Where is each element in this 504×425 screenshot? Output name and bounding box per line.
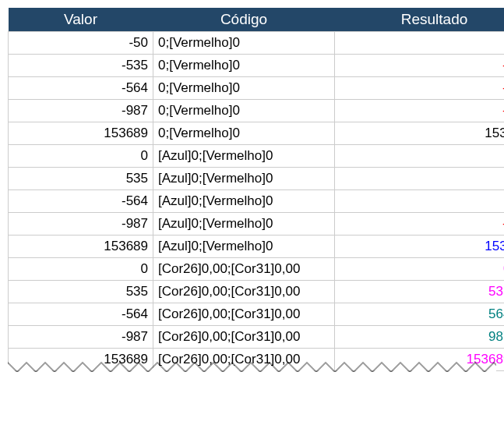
table-row: 535[Cor26]0,00;[Cor31]0,00535,00 [9, 281, 505, 303]
header-resultado: Resultado [335, 8, 505, 32]
cell-valor: -987 [9, 213, 153, 236]
cell-codigo: [Azul]0;[Vermelho]0 [153, 213, 335, 236]
cell-valor: -535 [9, 55, 153, 77]
cell-resultado: 0,00 [335, 258, 505, 281]
table-row: 1536890;[Vermelho]0153689 [9, 122, 505, 145]
cell-resultado: 987,00 [335, 326, 505, 349]
cell-resultado: -50 [335, 32, 505, 55]
cell-resultado: 0 [335, 145, 505, 168]
table-row: 0[Cor26]0,00;[Cor31]0,000,00 [9, 258, 505, 281]
cell-codigo: [Cor26]0,00;[Cor31]0,00 [153, 303, 335, 326]
cell-codigo: [Azul]0;[Vermelho]0 [153, 145, 335, 168]
table-row: 153689[Azul]0;[Vermelho]0153689 [9, 236, 505, 258]
cell-resultado: -987 [335, 213, 505, 236]
table-row: 153689[Cor26]0,00;[Cor31]0,00153689,00 [9, 349, 505, 371]
cell-valor: 0 [9, 258, 153, 281]
cell-codigo: [Cor26]0,00;[Cor31]0,00 [153, 281, 335, 303]
table-row: -987[Cor26]0,00;[Cor31]0,00987,00 [9, 326, 505, 349]
cell-resultado: -535 [335, 55, 505, 77]
table-row: -500;[Vermelho]0-50 [9, 32, 505, 55]
cell-codigo: [Cor26]0,00;[Cor31]0,00 [153, 258, 335, 281]
cell-codigo: [Cor26]0,00;[Cor31]0,00 [153, 349, 335, 371]
cell-codigo: [Cor26]0,00;[Cor31]0,00 [153, 326, 335, 349]
cell-valor: -987 [9, 100, 153, 122]
table-body: -500;[Vermelho]0-50-5350;[Vermelho]0-535… [9, 32, 505, 371]
table-row: -564[Azul]0;[Vermelho]0564 [9, 190, 505, 213]
cell-codigo: [Azul]0;[Vermelho]0 [153, 236, 335, 258]
cell-resultado: 535 [335, 168, 505, 190]
cell-valor: -564 [9, 77, 153, 100]
cell-codigo: 0;[Vermelho]0 [153, 32, 335, 55]
table-row: -5350;[Vermelho]0-535 [9, 55, 505, 77]
cell-codigo: 0;[Vermelho]0 [153, 122, 335, 145]
cell-valor: -987 [9, 326, 153, 349]
cell-valor: -564 [9, 190, 153, 213]
header-codigo: Código [153, 8, 335, 32]
cell-valor: 153689 [9, 349, 153, 371]
table-row: -987[Azul]0;[Vermelho]0-987 [9, 213, 505, 236]
cell-codigo: 0;[Vermelho]0 [153, 100, 335, 122]
cell-valor: -564 [9, 303, 153, 326]
table-row: -564[Cor26]0,00;[Cor31]0,00564,00 [9, 303, 505, 326]
cell-valor: 153689 [9, 236, 153, 258]
cell-valor: 0 [9, 145, 153, 168]
cell-codigo: [Azul]0;[Vermelho]0 [153, 168, 335, 190]
table-wrapper: Valor Código Resultado -500;[Vermelho]0-… [8, 8, 496, 371]
header-valor: Valor [9, 8, 153, 32]
cell-valor: -50 [9, 32, 153, 55]
cell-valor: 153689 [9, 122, 153, 145]
table-row: 0[Azul]0;[Vermelho]00 [9, 145, 505, 168]
cell-resultado: 564 [335, 190, 505, 213]
cell-resultado: 564,00 [335, 303, 505, 326]
cell-resultado: -987 [335, 100, 505, 122]
table-row: -9870;[Vermelho]0-987 [9, 100, 505, 122]
cell-resultado: -564 [335, 77, 505, 100]
cell-resultado: 153689,00 [335, 349, 505, 371]
cell-resultado: 535,00 [335, 281, 505, 303]
cell-valor: 535 [9, 281, 153, 303]
cell-codigo: 0;[Vermelho]0 [153, 55, 335, 77]
cell-valor: 535 [9, 168, 153, 190]
cell-resultado: 153689 [335, 122, 505, 145]
table-row: -5640;[Vermelho]0-564 [9, 77, 505, 100]
format-codes-table: Valor Código Resultado -500;[Vermelho]0-… [8, 8, 504, 371]
table-row: 535[Azul]0;[Vermelho]0535 [9, 168, 505, 190]
cell-codigo: 0;[Vermelho]0 [153, 77, 335, 100]
header-row: Valor Código Resultado [9, 8, 505, 32]
cell-codigo: [Azul]0;[Vermelho]0 [153, 190, 335, 213]
cell-resultado: 153689 [335, 236, 505, 258]
